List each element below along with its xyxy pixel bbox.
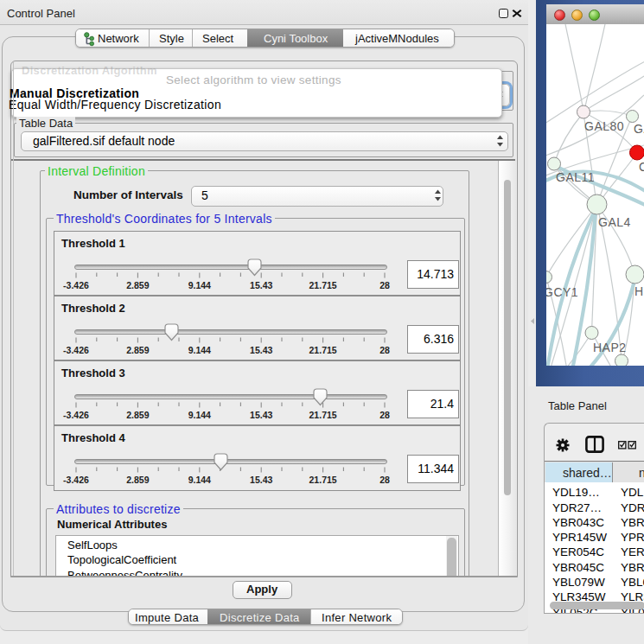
svg-text:HAP2: HAP2 (593, 341, 627, 354)
svg-text:GA: GA (634, 122, 644, 136)
svg-text:GAL11: GAL11 (556, 170, 595, 184)
svg-text:GAL80: GAL80 (584, 119, 624, 133)
svg-text:H: H (634, 284, 644, 298)
svg-text:GAL4: GAL4 (598, 215, 631, 229)
svg-text:CR: CR (639, 160, 644, 174)
svg-text:GCY1: GCY1 (546, 285, 578, 299)
